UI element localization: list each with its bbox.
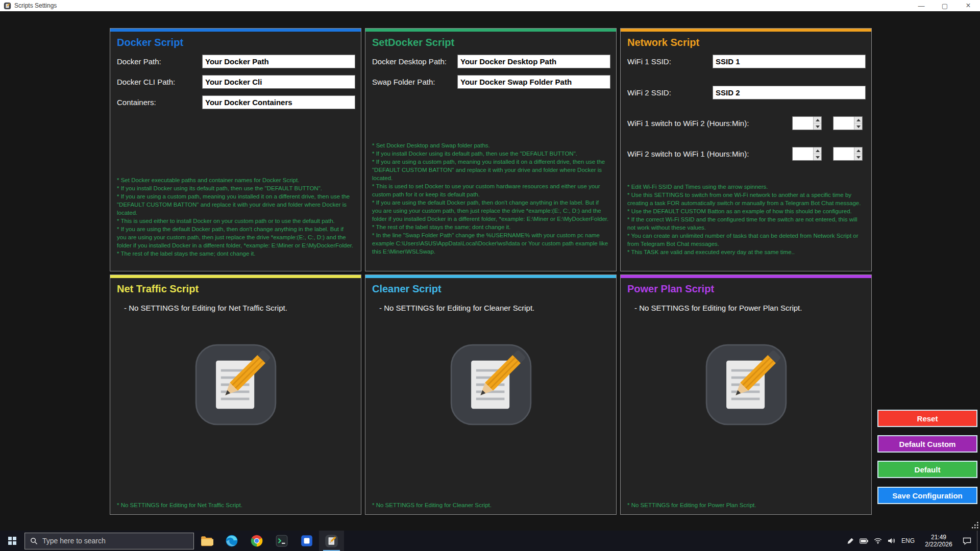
wifi2-switch-hours-spinner[interactable]	[792, 147, 822, 161]
client-area: Docker Script Docker Path: Docker CLI Pa…	[0, 11, 980, 531]
wifi2-switch-minutes-spinner[interactable]	[833, 147, 863, 161]
wifi2-ssid-label: WiFi 2 SSID:	[627, 88, 671, 97]
titlebar: Scripts Settings — ▢ ×	[0, 0, 980, 11]
spinner-down-button[interactable]	[814, 123, 821, 130]
power-plan-script-panel: Power Plan Script - No SETTINGS for Edit…	[620, 274, 872, 515]
notepad-pencil-icon	[190, 339, 281, 430]
setdocker-panel-title: SetDocker Script	[372, 37, 454, 48]
spinner-down-button[interactable]	[854, 123, 862, 130]
notepad-pencil-icon	[446, 339, 536, 430]
terminal-app-icon[interactable]	[269, 531, 294, 551]
net-traffic-message: - No SETTINGS for Editing for Net Traffi…	[124, 304, 287, 312]
cleaner-script-panel: Cleaner Script - No SETTINGS for Editing…	[365, 274, 617, 515]
power-plan-accent-bar	[621, 275, 871, 278]
taskbar: ENG 21:49 2/22/2026	[0, 531, 980, 551]
docker-desktop-path-label: Docker Desktop Path:	[372, 57, 447, 66]
taskbar-search[interactable]	[24, 533, 194, 549]
docker-path-input[interactable]	[202, 55, 355, 68]
docker-help-text: * Set Docker executable paths and contai…	[117, 176, 354, 258]
cleaner-message: - No SETTINGS for Editing for Cleaner Sc…	[379, 304, 534, 312]
chrome-browser-icon[interactable]	[244, 531, 269, 551]
down-arrow-icon	[816, 156, 820, 159]
spinner-up-button[interactable]	[854, 117, 862, 123]
swap-folder-path-label: Swap Folder Path:	[372, 78, 435, 86]
spinner-down-button[interactable]	[854, 154, 862, 160]
default-custom-button[interactable]: Default Custom	[877, 435, 977, 453]
wifi1-switch-hours-spinner[interactable]	[792, 116, 822, 130]
containers-label: Containers:	[117, 98, 156, 107]
docker-cli-path-label: Docker CLI Path:	[117, 78, 175, 86]
wifi1-ssid-label: WiFi 1 SSID:	[627, 57, 671, 66]
net-traffic-accent-bar	[110, 275, 361, 278]
network-icon[interactable]	[874, 538, 882, 544]
docker-script-panel: Docker Script Docker Path: Docker CLI Pa…	[110, 28, 361, 271]
docker-path-label: Docker Path:	[117, 57, 161, 66]
windows-logo-icon	[8, 537, 16, 545]
docker-cli-path-input[interactable]	[202, 75, 355, 89]
containers-input[interactable]	[202, 95, 355, 109]
start-button[interactable]	[0, 531, 24, 551]
wifi2-switch-label: WiFi 2 switch to WiFi 1 (Hours:Min):	[627, 149, 749, 158]
down-arrow-icon	[856, 126, 861, 128]
down-arrow-icon	[856, 156, 861, 159]
network-accent-bar	[621, 29, 871, 32]
spinner-down-button[interactable]	[814, 154, 821, 160]
power-plan-note: * No SETTINGS for Editing for Power Plan…	[627, 502, 756, 508]
battery-icon[interactable]	[860, 538, 868, 544]
app-icon	[4, 2, 11, 10]
setdocker-script-panel: SetDocker Script Docker Desktop Path: Sw…	[365, 28, 617, 271]
cleaner-note: * No SETTINGS for Editing for Cleaner Sc…	[372, 502, 492, 508]
net-traffic-panel-title: Net Traffic Script	[117, 283, 199, 295]
edge-browser-icon[interactable]	[219, 531, 244, 551]
window-title: Scripts Settings	[14, 2, 57, 9]
spinner-up-button[interactable]	[854, 147, 862, 154]
volume-icon[interactable]	[888, 538, 896, 544]
swap-folder-path-input[interactable]	[457, 75, 610, 89]
scripts-settings-app-icon[interactable]	[319, 531, 344, 551]
clock-time: 21:49	[920, 534, 957, 541]
restore-button[interactable]: ▢	[933, 0, 957, 11]
setdocker-accent-bar	[365, 29, 616, 32]
resize-grip[interactable]	[971, 521, 978, 529]
cleaner-panel-title: Cleaner Script	[372, 283, 442, 295]
clock-date: 2/22/2026	[920, 541, 957, 548]
system-tray: ENG 21:49 2/22/2026	[847, 531, 980, 551]
wifi1-switch-minutes-spinner[interactable]	[833, 116, 863, 130]
docker-desktop-path-input[interactable]	[457, 55, 610, 68]
language-indicator[interactable]: ENG	[901, 537, 915, 544]
power-plan-message: - No SETTINGS for Editing for Power Plan…	[634, 304, 802, 312]
docker-panel-title: Docker Script	[117, 37, 183, 48]
wifi1-ssid-input[interactable]	[713, 55, 866, 68]
up-arrow-icon	[856, 119, 861, 121]
wifi1-switch-label: WiFi 1 switch to WiFi 2 (Hours:Min):	[627, 119, 749, 128]
notepad-pencil-icon	[701, 339, 792, 430]
action-center-icon[interactable]	[963, 537, 971, 545]
up-arrow-icon	[816, 119, 820, 121]
clock[interactable]: 21:49 2/22/2026	[920, 534, 957, 548]
up-arrow-icon	[856, 149, 861, 152]
pen-icon[interactable]	[847, 537, 854, 544]
network-help-text: * Edit Wi-Fi SSID and Times using the ar…	[627, 183, 865, 256]
search-icon	[30, 537, 38, 545]
save-configuration-button[interactable]: Save Configuration	[877, 487, 977, 504]
minimize-button[interactable]: —	[910, 0, 933, 11]
network-panel-title: Network Script	[627, 37, 699, 48]
net-traffic-script-panel: Net Traffic Script - No SETTINGS for Edi…	[110, 274, 361, 515]
net-traffic-note: * No SETTINGS for Editing for Net Traffi…	[117, 502, 242, 508]
network-script-panel: Network Script WiFi 1 SSID: WiFi 2 SSID:…	[620, 28, 872, 271]
wifi2-ssid-input[interactable]	[713, 86, 866, 99]
close-button[interactable]: ×	[957, 0, 980, 11]
blue-app-icon[interactable]	[294, 531, 319, 551]
scripts-settings-window: Scripts Settings — ▢ × Docker Script Doc…	[0, 0, 980, 551]
search-input[interactable]	[42, 537, 175, 545]
setdocker-help-text: * Set Docker Desktop and Swap folder pat…	[372, 141, 609, 256]
spinner-up-button[interactable]	[814, 147, 821, 154]
cleaner-accent-bar	[365, 275, 616, 278]
default-button[interactable]: Default	[877, 461, 977, 478]
spinner-up-button[interactable]	[814, 117, 821, 123]
reset-button[interactable]: Reset	[877, 410, 977, 427]
show-desktop-button[interactable]	[977, 531, 980, 551]
up-arrow-icon	[816, 149, 820, 152]
file-explorer-icon[interactable]	[194, 531, 219, 551]
down-arrow-icon	[816, 126, 820, 128]
